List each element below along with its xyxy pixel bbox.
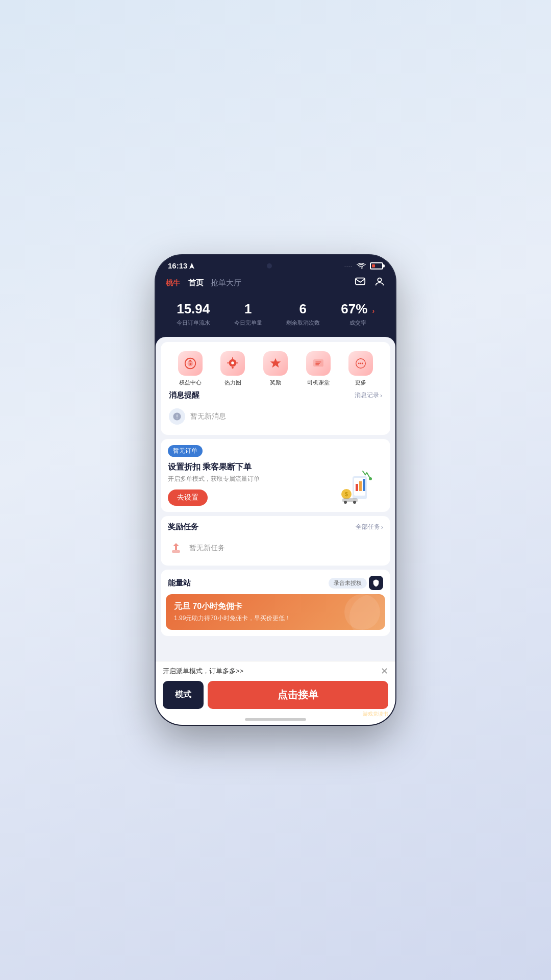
- mode-button[interactable]: 模式: [163, 681, 204, 709]
- promo-text: 设置折扣 乘客果断下单 开启多单模式，获取专属流量订单 去设置: [168, 462, 260, 506]
- reward-empty-text: 暂无新任务: [189, 544, 225, 553]
- energy-auth-badge: 录音未授权: [329, 576, 383, 590]
- promo-go-settings-button[interactable]: 去设置: [168, 489, 208, 506]
- user-nav-icon[interactable]: [374, 276, 385, 290]
- svg-point-2: [378, 278, 381, 282]
- phone-frame: 16:13 ···· 桃牛: [156, 255, 395, 725]
- more-icon: [354, 357, 367, 370]
- svg-rect-10: [313, 360, 323, 366]
- home-indicator: [156, 714, 395, 725]
- svg-rect-21: [359, 481, 362, 491]
- svg-point-27: [344, 501, 347, 504]
- svg-point-23: [369, 477, 372, 480]
- notice-text: 开启派单模式，订单多多>>: [163, 667, 243, 676]
- reward-card: 奖励任务 全部任务 › 暂无新任务: [161, 516, 390, 566]
- nav-tabs: 首页 抢单大厅: [188, 278, 241, 288]
- promo-banner[interactable]: 元旦 70小时免佣卡 1.99元助力得70小时免佣卡，早买价更低！: [166, 594, 385, 630]
- main-content: ★ 权益中心: [156, 337, 395, 661]
- icon-benefits-center[interactable]: ★ 权益中心: [178, 351, 203, 386]
- icon-heatmap-label: 热力图: [224, 379, 241, 386]
- svg-text:★: ★: [189, 362, 192, 366]
- driver-class-icon: [312, 357, 325, 370]
- message-history-link[interactable]: 消息记录 ›: [355, 391, 382, 400]
- tab-home[interactable]: 首页: [188, 278, 204, 288]
- stat-order-amount: 15.94 今日订单流水: [166, 301, 221, 327]
- notice-close-button[interactable]: ✕: [381, 667, 388, 676]
- tab-grab-orders[interactable]: 抢单大厅: [211, 278, 241, 288]
- message-nav-icon[interactable]: [355, 276, 366, 290]
- accept-order-button[interactable]: 点击接单: [208, 681, 388, 709]
- no-order-badge: 暂无订单: [168, 445, 203, 457]
- icon-reward[interactable]: 奖励: [263, 351, 288, 386]
- icon-heat-map[interactable]: 热力图: [220, 351, 245, 386]
- icon-more[interactable]: 更多: [348, 351, 373, 386]
- app-logo: 桃牛: [166, 279, 180, 288]
- svg-rect-29: [172, 550, 180, 553]
- svg-point-15: [358, 363, 360, 364]
- promo-illustration: $: [337, 463, 383, 504]
- promo-content: 设置折扣 乘客果断下单 开启多单模式，获取专属流量订单 去设置: [168, 462, 383, 506]
- svg-point-8: [232, 367, 234, 369]
- svg-marker-9: [270, 358, 281, 368]
- home-bar: [245, 718, 306, 721]
- svg-rect-1: [356, 278, 365, 285]
- signal-dots-icon: ····: [344, 263, 353, 268]
- stat-completed-orders: 1 今日完单量: [221, 301, 276, 327]
- all-tasks-link[interactable]: 全部任务 ›: [356, 523, 383, 531]
- svg-rect-22: [363, 479, 365, 491]
- svg-point-17: [362, 363, 363, 364]
- heatmap-icon: [226, 357, 239, 370]
- icon-more-label: 更多: [355, 379, 366, 386]
- svg-marker-0: [189, 263, 194, 269]
- medal-icon: ★: [184, 357, 197, 370]
- energy-station-card: 能量站 录音未授权 元旦 70小时免佣卡 1.99元助力得70小时免佣卡，早买价…: [161, 570, 390, 636]
- icon-driver-class-label: 司机课堂: [307, 379, 330, 386]
- chart-svg: $: [337, 463, 383, 504]
- reward-section-header: 奖励任务 全部任务 ›: [168, 522, 383, 532]
- status-time: 16:13: [168, 261, 194, 270]
- promo-title: 设置折扣 乘客果断下单: [168, 462, 260, 473]
- bottom-actions: 模式 点击接单: [163, 681, 388, 709]
- stat-cancel-remaining: 6 剩余取消次数: [276, 301, 331, 327]
- reward-title: 奖励任务: [168, 522, 198, 532]
- icon-benefits-label: 权益中心: [179, 379, 202, 386]
- svg-point-16: [360, 363, 362, 364]
- svg-rect-20: [356, 484, 358, 491]
- icon-driver-class[interactable]: 司机课堂: [306, 351, 331, 386]
- icon-grid-card: ★ 权益中心: [161, 342, 390, 435]
- reward-star-icon: [269, 357, 282, 370]
- energy-header: 能量站 录音未授权: [161, 570, 390, 594]
- energy-title: 能量站: [168, 578, 191, 588]
- message-title: 消息提醒: [169, 390, 199, 400]
- stat-arrow-icon: ›: [372, 307, 375, 315]
- promo-subtitle: 开启多单模式，获取专属流量订单: [168, 475, 260, 483]
- message-empty-text: 暂无新消息: [190, 412, 226, 421]
- status-bar: 16:13 ····: [156, 255, 395, 273]
- icon-grid: ★ 权益中心: [169, 349, 382, 390]
- svg-point-7: [232, 361, 235, 364]
- message-empty: 暂无新消息: [169, 405, 382, 428]
- nav-bar: 桃牛 首页 抢单大厅: [156, 273, 395, 295]
- stats-bar: 15.94 今日订单流水 1 今日完单量 6 剩余取消次数 67% › 成交率: [156, 295, 395, 337]
- reward-empty: 暂无新任务: [168, 537, 383, 559]
- icon-reward-label: 奖励: [270, 379, 281, 386]
- reward-empty-icon: [168, 540, 184, 556]
- location-icon: [189, 263, 194, 269]
- battery-icon: [370, 262, 383, 270]
- svg-point-28: [353, 501, 356, 504]
- bottom-notice: 开启派单模式，订单多多>> ✕: [163, 667, 388, 676]
- wifi-icon: [357, 262, 366, 270]
- shield-icon[interactable]: [369, 576, 383, 590]
- status-icons: ····: [344, 262, 383, 270]
- svg-text:$: $: [345, 492, 348, 497]
- audio-auth-pill[interactable]: 录音未授权: [329, 578, 367, 589]
- order-promo-card: 暂无订单 设置折扣 乘客果断下单 开启多单模式，获取专属流量订单 去设置: [161, 439, 390, 512]
- bottom-bar: 开启派单模式，订单多多>> ✕ 模式 点击接单: [156, 661, 395, 714]
- watermark: 游戏党读书: [363, 710, 388, 718]
- stat-deal-rate: 67% › 成交率: [331, 301, 386, 327]
- message-section-header: 消息提醒 消息记录 ›: [169, 390, 382, 400]
- message-empty-icon: [169, 408, 185, 425]
